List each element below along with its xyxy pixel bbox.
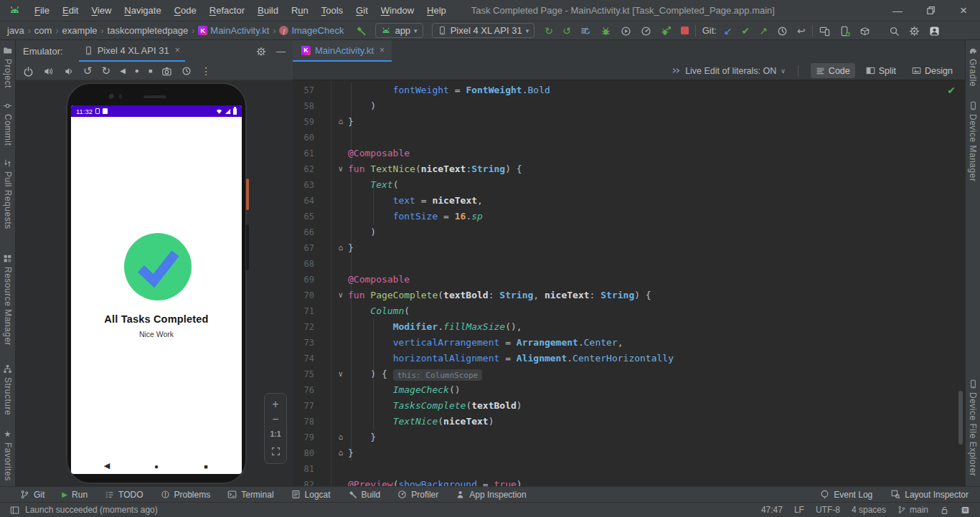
- breadcrumb-file[interactable]: KMainActivity.kt: [198, 25, 269, 36]
- profile-avatar[interactable]: [929, 24, 940, 36]
- profiler-icon[interactable]: [641, 24, 651, 36]
- menu-view[interactable]: View: [85, 5, 118, 16]
- zoom-in-icon[interactable]: +: [272, 399, 278, 409]
- menu-refactor[interactable]: Refactor: [203, 5, 251, 16]
- run-configuration-select[interactable]: app▾: [375, 23, 423, 38]
- sidebar-item-structure[interactable]: Structure: [3, 364, 13, 415]
- sidebar-item-device-file-explorer[interactable]: Device File Explorer: [968, 379, 978, 476]
- home-icon[interactable]: ●: [135, 67, 139, 75]
- toolwindow-event-log[interactable]: Event Log: [820, 490, 872, 500]
- emulator-device-tab[interactable]: Pixel 4 XL API 31 ×: [79, 40, 185, 62]
- device-select[interactable]: Pixel 4 XL API 31▾: [432, 23, 535, 38]
- menu-help[interactable]: Help: [420, 5, 453, 16]
- toolwindow-terminal[interactable]: Terminal: [227, 490, 273, 500]
- sidebar-item-resource-manager[interactable]: Resource Manager: [3, 254, 13, 346]
- screenshot-camera-icon[interactable]: [161, 65, 172, 77]
- code-area[interactable]: 57 fontWeight = FontWeight.Bold58 )59⌂}6…: [293, 80, 965, 486]
- toolwindow-problems[interactable]: Problems: [161, 490, 211, 500]
- fold-marker[interactable]: ⌂: [314, 430, 348, 445]
- git-commit-icon[interactable]: ✔: [742, 25, 750, 37]
- sidebar-item-project[interactable]: Project: [3, 46, 13, 88]
- close-icon[interactable]: ×: [380, 45, 385, 55]
- git-history-icon[interactable]: [777, 24, 788, 36]
- zoom-100-button[interactable]: 1:1: [270, 430, 281, 438]
- caret-position[interactable]: 47:47: [761, 505, 783, 515]
- minimize-icon[interactable]: —: [881, 0, 914, 22]
- volume-up-icon[interactable]: [43, 65, 54, 77]
- device-manager-icon[interactable]: [839, 24, 850, 36]
- debug-icon[interactable]: [600, 24, 611, 36]
- fold-marker[interactable]: ⌂: [314, 114, 348, 130]
- menu-run[interactable]: Run: [285, 5, 315, 16]
- sidebar-item-gradle[interactable]: Gradle: [968, 46, 978, 87]
- git-branch-widget[interactable]: main: [897, 505, 928, 515]
- zoom-out-icon[interactable]: −: [272, 416, 278, 423]
- fold-marker[interactable]: ⌂: [314, 445, 348, 461]
- breadcrumb-com[interactable]: com: [34, 25, 52, 36]
- toolwindow-app-inspection[interactable]: App Inspection: [456, 490, 526, 500]
- menu-window[interactable]: Window: [374, 5, 420, 16]
- apply-code-changes-icon[interactable]: ↺: [562, 25, 571, 37]
- volume-down-icon[interactable]: [63, 65, 74, 77]
- menu-tools[interactable]: Tools: [315, 5, 349, 16]
- restore-icon[interactable]: [914, 0, 947, 22]
- attach-debugger-icon[interactable]: [661, 24, 672, 36]
- toolwindow-todo[interactable]: TODO: [105, 490, 143, 500]
- fold-marker[interactable]: ∨: [314, 288, 348, 303]
- breadcrumb-taskcompletedpage[interactable]: taskcompletedpage: [108, 25, 189, 36]
- close-icon[interactable]: ×: [947, 0, 980, 22]
- tab-code[interactable]: Code: [811, 63, 855, 78]
- unlocked-icon[interactable]: [940, 506, 949, 515]
- editor-scrollbar[interactable]: [958, 391, 963, 445]
- menu-git[interactable]: Git: [349, 5, 374, 16]
- build-hammer-icon[interactable]: [355, 24, 367, 37]
- running-devices-icon[interactable]: [819, 24, 830, 36]
- sidebar-item-pull-requests[interactable]: Pull Requests: [3, 158, 13, 229]
- indent-indicator[interactable]: 4 spaces: [852, 505, 886, 515]
- rotate-left-icon[interactable]: ↺: [83, 65, 93, 77]
- notifications-icon[interactable]: [961, 506, 970, 515]
- rotate-right-icon[interactable]: ↻: [102, 65, 111, 77]
- inspection-ok-check-icon[interactable]: ✔: [947, 85, 956, 96]
- tab-split[interactable]: Split: [861, 63, 901, 78]
- tab-design[interactable]: Design: [907, 63, 958, 78]
- nav-back-icon[interactable]: ◀: [104, 461, 110, 470]
- fit-to-window-icon[interactable]: [271, 445, 281, 457]
- phone-screen[interactable]: 11:32: [71, 105, 242, 474]
- toolwindow-git[interactable]: Git: [20, 490, 44, 500]
- fold-marker[interactable]: ⌂: [314, 240, 348, 256]
- sidebar-item-commit[interactable]: Commit: [3, 101, 13, 146]
- tool-windows-icon[interactable]: [10, 506, 19, 515]
- toolwindow-layout-inspector[interactable]: Layout Inspector: [891, 490, 969, 500]
- fold-marker[interactable]: ∨: [314, 161, 348, 177]
- power-icon[interactable]: [23, 65, 34, 77]
- apply-changes-restart-icon[interactable]: ↻: [545, 25, 553, 37]
- live-edit-status[interactable]: Live Edit of literals: ON ∨: [672, 66, 786, 76]
- breadcrumb-example[interactable]: example: [62, 25, 97, 36]
- menu-edit[interactable]: Edit: [56, 5, 85, 16]
- breadcrumb-java[interactable]: java: [7, 25, 24, 36]
- toolwindow-profiler[interactable]: Profiler: [397, 490, 438, 500]
- overview-icon[interactable]: ■: [149, 67, 152, 75]
- nav-overview-icon[interactable]: ■: [204, 463, 207, 470]
- breadcrumb-symbol[interactable]: fImageCheck: [279, 25, 344, 36]
- sidebar-item-favorites[interactable]: ★ Favorites: [3, 430, 13, 481]
- settings-gear-icon[interactable]: [909, 24, 920, 36]
- toolwindow-logcat[interactable]: Logcat: [291, 490, 331, 500]
- back-icon[interactable]: ◀: [120, 67, 126, 75]
- encoding-indicator[interactable]: UTF-8: [816, 505, 840, 515]
- close-icon[interactable]: ×: [175, 45, 180, 55]
- snapshots-icon[interactable]: [182, 65, 192, 77]
- tab-mainactivity[interactable]: K MainActivity.kt ×: [293, 40, 392, 62]
- run-with-coverage-icon[interactable]: [621, 24, 631, 36]
- emulator-settings-gear-icon[interactable]: [256, 45, 266, 57]
- hide-panel-icon[interactable]: —: [276, 46, 286, 57]
- update-project-icon[interactable]: ↙: [724, 25, 732, 37]
- menu-build[interactable]: Build: [251, 5, 285, 16]
- more-options-icon[interactable]: ⋮: [201, 65, 211, 77]
- rollback-icon[interactable]: ↩: [797, 25, 806, 37]
- menu-code[interactable]: Code: [168, 5, 203, 16]
- menu-navigate[interactable]: Navigate: [118, 5, 167, 16]
- git-push-icon[interactable]: ↗: [759, 25, 768, 37]
- sdk-manager-icon[interactable]: [859, 24, 870, 36]
